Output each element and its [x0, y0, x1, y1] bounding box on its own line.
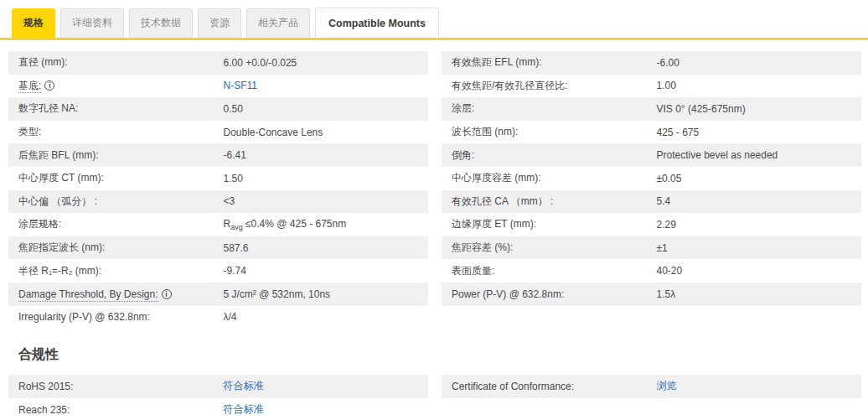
- compliance-row-empty: [442, 398, 861, 420]
- spec-value: VIS 0° (425-675nm): [657, 103, 862, 115]
- spec-label: 有效孔径 CA （mm） :: [452, 194, 657, 209]
- compliance-heading: 合规性: [18, 346, 868, 364]
- spec-label: 有效焦距 EFL (mm):: [452, 55, 657, 70]
- spec-label: Irregularity (P-V) @ 632.8nm:: [18, 311, 224, 323]
- compliance-label: Certificate of Conformance:: [452, 381, 657, 392]
- spec-label: Damage Threshold, By Design:i: [18, 288, 224, 300]
- spec-label: 数字孔径 NA:: [18, 101, 224, 116]
- spec-row: 直径 (mm): 6.00 +0.0/-0.025: [8, 51, 428, 75]
- info-icon[interactable]: i: [162, 289, 172, 299]
- spec-value: 5.4: [657, 195, 862, 207]
- spec-table: 直径 (mm): 6.00 +0.0/-0.025 有效焦距 EFL (mm):…: [8, 51, 861, 329]
- spec-row: 边缘厚度 ET (mm): 2.29: [442, 213, 861, 236]
- spec-value: <3: [224, 195, 429, 207]
- spec-label: 波长范围 (nm):: [452, 125, 657, 139]
- spec-label: 基底:i: [18, 79, 224, 93]
- spec-row: 后焦距 BFL (mm): -6.41: [8, 143, 428, 167]
- tab-compatible-mounts[interactable]: Compatible Mounts: [315, 8, 439, 38]
- spec-value: -9.74: [224, 265, 429, 277]
- spec-row: 涂层规格: Ravg ≤0.4% @ 425 - 675nm: [8, 213, 428, 236]
- spec-row: Damage Threshold, By Design:i 5 J/cm² @ …: [8, 283, 428, 306]
- spec-value: ±1: [657, 242, 862, 254]
- compliance-row: RoHS 2015: 符合标准: [8, 375, 428, 398]
- spec-value: 40-20: [657, 265, 862, 277]
- spec-row: 中心厚度 CT (mm): 1.50: [8, 167, 428, 190]
- spec-row: 有效焦距/有效孔径直径比: 1.00: [442, 75, 861, 98]
- compliance-row: Certificate of Conformance: 浏览: [442, 375, 861, 398]
- rohs-compliant-link[interactable]: 符合标准: [224, 380, 264, 391]
- spec-row: 中心厚度容差 (mm): ±0.05: [442, 167, 861, 190]
- spec-row: 有效孔径 CA （mm） : 5.4: [442, 190, 861, 214]
- reach-compliant-link[interactable]: 符合标准: [224, 403, 264, 415]
- compliance-row: Reach 235: 符合标准: [8, 398, 428, 420]
- spec-label: 中心偏 （弧分） :: [18, 194, 224, 209]
- compliance-label: Reach 235:: [18, 404, 224, 416]
- spec-row: 有效焦距 EFL (mm): -6.00: [442, 51, 861, 75]
- spec-row: 基底:i N-SF11: [8, 75, 428, 98]
- spec-row: 表面质量: 40-20: [442, 259, 861, 283]
- tab-technical-data[interactable]: 技术数据: [129, 8, 193, 38]
- spec-value: λ/4: [224, 311, 429, 323]
- spec-row: 涂层: VIS 0° (425-675nm): [442, 97, 861, 121]
- compliance-label: RoHS 2015:: [18, 381, 224, 392]
- spec-value: 5 J/cm² @ 532nm, 10ns: [224, 288, 429, 300]
- spec-row: 倒角: Protective bevel as needed: [442, 143, 861, 167]
- spec-value: ±0.05: [657, 173, 862, 184]
- spec-label: 后焦距 BFL (mm):: [18, 148, 224, 163]
- spec-label: 焦距指定波长 (nm):: [18, 241, 224, 255]
- spec-value: Protective bevel as needed: [657, 149, 862, 161]
- spec-label: 类型:: [18, 125, 224, 139]
- spec-label: 涂层规格:: [18, 217, 224, 231]
- spec-label: 倒角:: [452, 148, 657, 163]
- compliance-table: RoHS 2015: 符合标准 Certificate of Conforman…: [8, 375, 861, 420]
- spec-value: 1.00: [657, 80, 862, 91]
- info-icon[interactable]: i: [44, 80, 54, 91]
- spec-label: 中心厚度 CT (mm):: [18, 171, 224, 185]
- spec-label: 涂层:: [452, 101, 657, 116]
- spec-value: 1.50: [224, 173, 429, 184]
- spec-value: 2.29: [657, 219, 862, 231]
- spec-row: 数字孔径 NA: 0.50: [8, 97, 428, 121]
- spec-label: 有效焦距/有效孔径直径比:: [452, 79, 657, 93]
- spec-label: 中心厚度容差 (mm):: [452, 171, 657, 185]
- spec-value: 0.50: [224, 103, 429, 115]
- damage-threshold-tooltip-label[interactable]: Damage Threshold, By Design:: [18, 288, 158, 302]
- spec-row: 类型: Double-Concave Lens: [8, 121, 428, 144]
- spec-row: 焦距容差 (%): ±1: [442, 236, 861, 260]
- spec-value: -6.41: [224, 149, 429, 161]
- spec-value: 1.5λ: [657, 288, 862, 300]
- spec-row: Irregularity (P-V) @ 632.8nm: λ/4: [8, 306, 428, 329]
- spec-label: 半径 R₁=-R₂ (mm):: [18, 264, 224, 278]
- spec-row: 波长范围 (nm): 425 - 675: [442, 121, 861, 144]
- certificate-view-link[interactable]: 浏览: [657, 380, 677, 391]
- spec-label: 焦距容差 (%):: [452, 241, 657, 255]
- substrate-link[interactable]: N-SF11: [224, 80, 257, 91]
- tab-specifications[interactable]: 规格: [12, 8, 55, 38]
- spec-value: -6.00: [657, 57, 862, 69]
- tab-resources[interactable]: 资源: [198, 8, 241, 38]
- tab-related-products[interactable]: 相关产品: [246, 8, 310, 38]
- spec-row: 中心偏 （弧分） : <3: [8, 190, 428, 214]
- spec-value: Ravg ≤0.4% @ 425 - 675nm: [224, 218, 429, 231]
- spec-value: Double-Concave Lens: [224, 127, 429, 138]
- spec-label: 边缘厚度 ET (mm):: [452, 217, 657, 231]
- spec-label: 直径 (mm):: [18, 55, 224, 70]
- spec-row: Power (P-V) @ 632.8nm: 1.5λ: [442, 283, 861, 306]
- spec-value: 6.00 +0.0/-0.025: [224, 57, 429, 69]
- spec-value: 587.6: [224, 242, 429, 254]
- spec-row: 焦距指定波长 (nm): 587.6: [8, 236, 428, 260]
- spec-row-empty: [442, 306, 861, 329]
- spec-label: Power (P-V) @ 632.8nm:: [452, 288, 657, 300]
- substrate-tooltip-label[interactable]: 基底:: [18, 80, 41, 93]
- spec-value: 425 - 675: [657, 127, 862, 138]
- tab-details[interactable]: 详细资料: [60, 8, 124, 38]
- spec-label: 表面质量:: [452, 264, 657, 278]
- tab-bar: 规格 详细资料 技术数据 资源 相关产品 Compatible Mounts: [0, 0, 868, 40]
- spec-row: 半径 R₁=-R₂ (mm): -9.74: [8, 259, 428, 283]
